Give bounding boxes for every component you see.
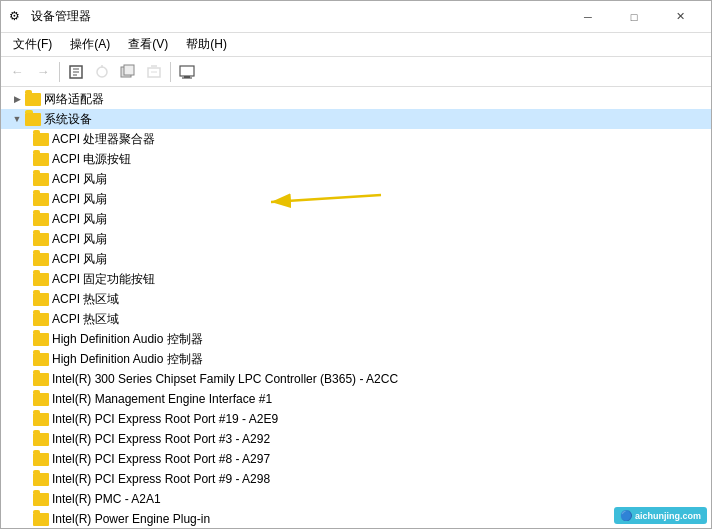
item-label: Intel(R) Power Engine Plug-in [52, 512, 210, 526]
item-label: ACPI 固定功能按钮 [52, 271, 155, 288]
item-label: High Definition Audio 控制器 [52, 331, 203, 348]
folder-icon [33, 311, 49, 327]
scan-icon [94, 64, 110, 80]
folder-icon [33, 331, 49, 347]
folder-icon [33, 511, 49, 527]
item-label: ACPI 风扇 [52, 211, 107, 228]
toolbar-btn-3[interactable] [116, 61, 140, 83]
expand-icon[interactable]: ▶ [9, 91, 25, 107]
list-item[interactable]: ACPI 热区域 [1, 309, 711, 329]
list-item[interactable]: ACPI 热区域 [1, 289, 711, 309]
item-label: ACPI 电源按钮 [52, 151, 131, 168]
item-label: ACPI 风扇 [52, 231, 107, 248]
item-label: 系统设备 [44, 111, 92, 128]
uninstall-icon [146, 64, 162, 80]
item-label: ACPI 风扇 [52, 251, 107, 268]
list-item[interactable]: ACPI 风扇 [1, 249, 711, 269]
menu-view[interactable]: 查看(V) [120, 34, 176, 55]
item-label: ACPI 热区域 [52, 311, 119, 328]
list-item[interactable]: ACPI 固定功能按钮 [1, 269, 711, 289]
folder-open-icon [25, 111, 41, 127]
minimize-button[interactable]: ─ [565, 1, 611, 33]
toolbar-btn-4[interactable] [142, 61, 166, 83]
window-title: 设备管理器 [31, 8, 565, 25]
toolbar: ← → [1, 57, 711, 87]
list-item[interactable]: Intel(R) PCI Express Root Port #19 - A2E… [1, 409, 711, 429]
toolbar-btn-5[interactable] [175, 61, 199, 83]
folder-icon [33, 351, 49, 367]
update-icon [120, 64, 136, 80]
folder-icon [33, 291, 49, 307]
toolbar-separator-2 [170, 62, 171, 82]
folder-icon [33, 431, 49, 447]
list-item[interactable]: ▶ 网络适配器 [1, 89, 711, 109]
toolbar-separator-1 [59, 62, 60, 82]
folder-icon [33, 231, 49, 247]
folder-icon [33, 151, 49, 167]
list-item[interactable]: Intel(R) Management Engine Interface #1 [1, 389, 711, 409]
watermark: 🔵 aichunjing.com [614, 507, 707, 524]
item-label: Intel(R) PMC - A2A1 [52, 492, 161, 506]
folder-icon [33, 471, 49, 487]
menu-help[interactable]: 帮助(H) [178, 34, 235, 55]
svg-point-4 [97, 67, 107, 77]
content-area: ▶ 网络适配器 ▼ 系统设备 ACPI 处理器聚合器 ACPI 电源按钮 [1, 87, 711, 528]
list-item[interactable]: Intel(R) PCI Express Root Port #9 - A298 [1, 469, 711, 489]
item-label: Intel(R) PCI Express Root Port #3 - A292 [52, 432, 270, 446]
device-manager-window: ⚙ 设备管理器 ─ □ ✕ 文件(F) 操作(A) 查看(V) 帮助(H) ← … [0, 0, 712, 529]
list-item[interactable]: Intel(R) 300 Series Chipset Family LPC C… [1, 369, 711, 389]
item-label: ACPI 处理器聚合器 [52, 131, 155, 148]
item-label: Intel(R) PCI Express Root Port #9 - A298 [52, 472, 270, 486]
item-label: ACPI 风扇 [52, 191, 107, 208]
list-item[interactable]: Intel(R) PCI Express Root Port #3 - A292 [1, 429, 711, 449]
list-item[interactable]: ▼ 系统设备 [1, 109, 711, 129]
folder-icon [33, 451, 49, 467]
menu-action[interactable]: 操作(A) [62, 34, 118, 55]
folder-icon [33, 131, 49, 147]
folder-icon [33, 211, 49, 227]
watermark-text: aichunjing.com [635, 511, 701, 521]
list-item[interactable]: ACPI 风扇 [1, 189, 711, 209]
watermark-logo: 🔵 [620, 510, 632, 521]
list-item[interactable]: ACPI 风扇 [1, 209, 711, 229]
folder-icon [33, 491, 49, 507]
menubar: 文件(F) 操作(A) 查看(V) 帮助(H) [1, 33, 711, 57]
svg-rect-7 [124, 65, 134, 75]
device-tree[interactable]: ▶ 网络适配器 ▼ 系统设备 ACPI 处理器聚合器 ACPI 电源按钮 [1, 87, 711, 528]
forward-button[interactable]: → [31, 61, 55, 83]
list-item[interactable]: ACPI 处理器聚合器 [1, 129, 711, 149]
folder-icon [33, 271, 49, 287]
display-icon [179, 64, 195, 80]
list-item[interactable]: Intel(R) Power Engine Plug-in [1, 509, 711, 528]
close-button[interactable]: ✕ [657, 1, 703, 33]
expand-icon[interactable]: ▼ [9, 111, 25, 127]
folder-icon [33, 191, 49, 207]
titlebar-buttons: ─ □ ✕ [565, 1, 703, 33]
item-label: Intel(R) PCI Express Root Port #8 - A297 [52, 452, 270, 466]
maximize-button[interactable]: □ [611, 1, 657, 33]
back-button[interactable]: ← [5, 61, 29, 83]
list-item[interactable]: ACPI 风扇 [1, 169, 711, 189]
folder-icon [33, 371, 49, 387]
list-item[interactable]: ACPI 风扇 [1, 229, 711, 249]
properties-icon [68, 64, 84, 80]
list-item[interactable]: ACPI 电源按钮 [1, 149, 711, 169]
item-label: 网络适配器 [44, 91, 104, 108]
toolbar-btn-1[interactable] [64, 61, 88, 83]
item-label: Intel(R) 300 Series Chipset Family LPC C… [52, 372, 398, 386]
list-item[interactable]: High Definition Audio 控制器 [1, 349, 711, 369]
folder-icon [33, 411, 49, 427]
toolbar-btn-2[interactable] [90, 61, 114, 83]
list-item[interactable]: Intel(R) PMC - A2A1 [1, 489, 711, 509]
item-label: Intel(R) Management Engine Interface #1 [52, 392, 272, 406]
folder-icon [33, 251, 49, 267]
folder-icon [25, 91, 41, 107]
window-icon: ⚙ [9, 9, 25, 25]
list-item[interactable]: High Definition Audio 控制器 [1, 329, 711, 349]
item-label: Intel(R) PCI Express Root Port #19 - A2E… [52, 412, 278, 426]
menu-file[interactable]: 文件(F) [5, 34, 60, 55]
list-item[interactable]: Intel(R) PCI Express Root Port #8 - A297 [1, 449, 711, 469]
titlebar: ⚙ 设备管理器 ─ □ ✕ [1, 1, 711, 33]
folder-icon [33, 171, 49, 187]
item-label: ACPI 热区域 [52, 291, 119, 308]
